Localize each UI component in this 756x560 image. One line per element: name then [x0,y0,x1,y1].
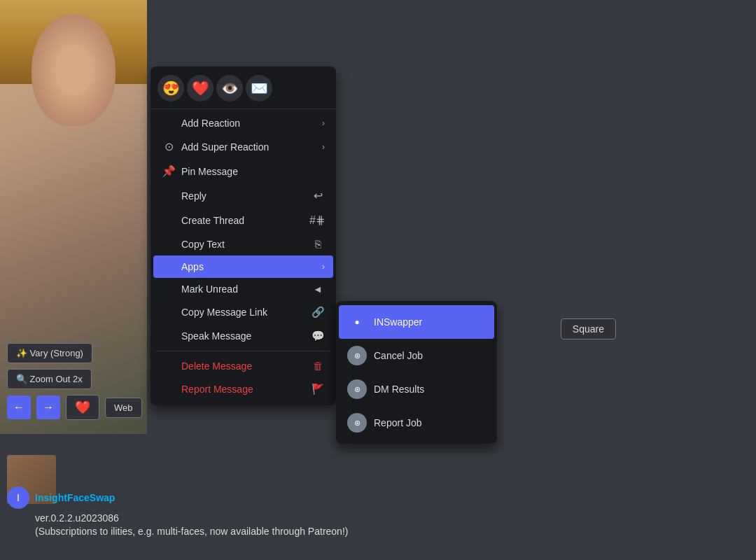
inswapper-label: INSwapper [374,316,422,328]
report-job-avatar: ⊛ [347,413,367,433]
trash-icon: 🗑 [311,360,325,372]
super-reaction-arrow: › [322,142,325,152]
reaction-envelope[interactable]: ✉️ [246,75,272,102]
report-job-label: Report Job [374,417,421,428]
menu-item-copy-text[interactable]: Copy Text ⎘ [153,232,333,255]
apps-arrow: › [322,262,325,272]
menu-item-report-message[interactable]: Report Message 🚩 [153,377,333,401]
menu-item-pin-message[interactable]: 📌 Pin Message [153,159,333,183]
report-message-label: Report Message [181,384,253,395]
delete-message-label: Delete Message [181,360,252,372]
menu-item-add-super-reaction[interactable]: ⊙ Add Super Reaction › [153,134,333,159]
add-reaction-arrow: › [322,118,325,128]
copy-doc-icon: ⎘ [311,238,325,250]
thread-hash-icon: #⋕ [309,214,325,227]
menu-divider [156,351,330,351]
message-content: ver.0.2.2.u2023086 (Subscriptions to ili… [35,512,735,539]
reaction-bar: 😍 ❤️ 👁️ ✉️ [150,71,336,109]
arrow-left-button[interactable]: ← [7,396,31,419]
add-super-reaction-label: Add Super Reaction [181,141,269,153]
arrow-right-icon: → [43,401,54,414]
chain-link-icon: 🔗 [311,306,325,318]
menu-item-mark-unread[interactable]: Mark Unread ◄ [153,278,333,300]
message-line1: ver.0.2.2.u2023086 [35,512,735,526]
report-job-avatar-icon: ⊛ [354,419,360,428]
copy-message-link-label: Copy Message Link [181,307,267,318]
submenu-item-inswapper[interactable]: ● INSwapper [339,305,494,339]
message-suffix: ilities, e.g. multi-faces, now available… [111,526,348,537]
cancel-job-avatar-icon: ⊛ [354,351,360,360]
zoom-row: 🔍 Zoom Out 2x [7,369,142,389]
create-thread-label: Create Thread [181,215,244,226]
square-button[interactable]: Square [561,318,616,340]
reply-arrow-icon: ↩ [311,189,325,202]
submenu-item-cancel-job[interactable]: ⊛ Cancel Job [339,339,494,372]
apps-label: Apps [181,261,204,272]
inswapper-avatar-icon: ● [354,317,359,327]
menu-item-reply[interactable]: Reply ↩ [153,183,333,208]
vary-row: ✨ Vary (Strong) [7,343,142,363]
zoom-out-button[interactable]: 🔍 Zoom Out 2x [7,369,92,389]
vary-strong-button[interactable]: ✨ Vary (Strong) [7,343,92,363]
submenu-item-report-job[interactable]: ⊛ Report Job [339,406,494,440]
add-reaction-label: Add Reaction [181,118,240,129]
heart-button[interactable]: ❤️ [66,395,99,420]
reply-label: Reply [181,190,206,202]
reaction-eyes[interactable]: 👁️ [216,75,243,102]
copy-text-label: Copy Text [181,239,225,250]
reaction-heart[interactable]: ❤️ [187,75,214,102]
nav-row: ← → ❤️ Web [7,395,142,420]
context-menu: 😍 ❤️ 👁️ ✉️ Add Reaction › ⊙ Add Super Re… [150,66,336,405]
super-reaction-icon: ⊙ [162,140,176,153]
pin-message-label: Pin Message [181,166,238,177]
menu-item-add-reaction[interactable]: Add Reaction › [153,112,333,134]
message-author: I InsightFaceSwap [7,486,735,509]
message-line2: (Subscriptions to ilities, e.g. multi-fa… [35,525,735,539]
dm-results-avatar-icon: ⊛ [354,385,360,394]
submenu-item-dm-results[interactable]: ⊛ DM Results [339,372,494,406]
menu-item-speak-message[interactable]: Speak Message 💬 [153,324,333,348]
dm-results-avatar: ⊛ [347,379,367,399]
apps-submenu: ● INSwapper ⊛ Cancel Job ⊛ DM Results ⊛ … [336,301,497,444]
mark-unread-label: Mark Unread [181,284,238,295]
menu-item-create-thread[interactable]: Create Thread #⋕ [153,208,333,232]
message-username: InsightFaceSwap [35,492,115,503]
web-button[interactable]: Web [105,398,142,418]
chat-message-area: I InsightFaceSwap ver.0.2.2.u2023086 (Su… [7,486,735,539]
menu-item-copy-message-link[interactable]: Copy Message Link 🔗 [153,300,333,324]
dm-results-label: DM Results [374,384,424,395]
reaction-starstruck[interactable]: 😍 [158,75,184,102]
menu-item-apps[interactable]: Apps › [153,255,333,278]
avatar: I [7,486,29,509]
cancel-job-avatar: ⊛ [347,346,367,365]
arrow-left-icon: ← [13,401,24,414]
pin-icon: 📌 [162,164,176,178]
message-prefix: (Subscriptions to [35,526,108,537]
inswapper-avatar: ● [347,312,367,332]
chat-action-buttons: ✨ Vary (Strong) 🔍 Zoom Out 2x ← → ❤️ Web [7,343,142,420]
unread-arrow-icon: ◄ [311,284,325,295]
speak-message-label: Speak Message [181,330,251,342]
arrow-right-button[interactable]: → [36,396,60,419]
menu-item-delete-message[interactable]: Delete Message 🗑 [153,354,333,377]
flag-icon: 🚩 [311,383,325,396]
cancel-job-label: Cancel Job [374,350,423,361]
speech-bubble-icon: 💬 [311,330,325,342]
